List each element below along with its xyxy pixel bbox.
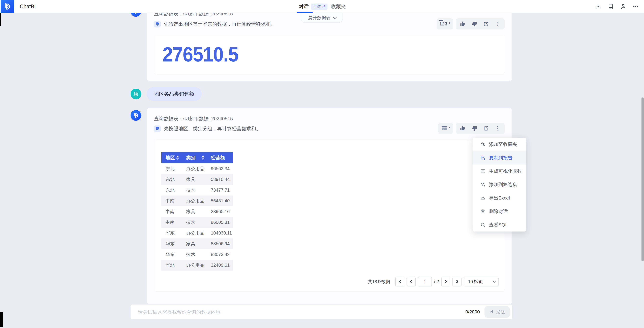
sort-icon[interactable] — [202, 156, 204, 160]
table-row: 东北家具53910.44 — [162, 174, 233, 185]
app-logo[interactable] — [1, 0, 14, 13]
table-cell: 技术 — [182, 217, 206, 228]
chatbi-logo-icon — [3, 2, 12, 11]
trash-icon — [480, 209, 486, 214]
tab-dialog[interactable]: 对话 — [298, 0, 309, 13]
table-cell: 东北 — [162, 185, 182, 196]
star-plus-icon — [480, 142, 486, 147]
result-table: 地区 类别 经营额 东北办公用品96562.34东北家具53910.44东北技术… — [162, 152, 233, 270]
send-button[interactable]: 发送 — [484, 306, 510, 318]
menu-item-add-favorite[interactable]: 添加至收藏夹 — [473, 138, 526, 151]
share-icon[interactable] — [483, 125, 489, 131]
page-number-input[interactable] — [418, 277, 432, 286]
thumbs-down-icon[interactable] — [472, 125, 478, 131]
caret-down-icon: ▾ — [449, 126, 450, 129]
table-row: 东北技术73477.71 — [162, 185, 233, 196]
report-copy-icon — [480, 155, 486, 160]
menu-item-copy-report[interactable]: 复制到报告 — [473, 151, 526, 164]
table-cell: 办公用品 — [182, 196, 206, 206]
column-header-revenue[interactable]: 经营额 — [206, 152, 233, 163]
download-icon — [480, 195, 486, 201]
table-cell: 办公用品 — [182, 228, 206, 238]
sum-result-value: 276510.5 — [162, 43, 238, 66]
app-title: ChatBI — [20, 0, 36, 13]
table-cell: 53910.44 — [206, 174, 233, 185]
menu-item-view-sql[interactable]: 查看SQL — [473, 218, 526, 232]
menu-item-export-excel[interactable]: 导出Excel — [473, 191, 526, 205]
user-icon[interactable] — [620, 3, 626, 10]
page-size-value: 10条/页 — [468, 279, 483, 284]
column-header-region[interactable]: 地区 — [162, 152, 182, 163]
prev-page-button[interactable] — [406, 277, 416, 286]
table-cell: 96562.34 — [206, 163, 233, 174]
sort-icon[interactable] — [176, 156, 179, 160]
char-counter: 0/2000 — [465, 309, 480, 314]
chat-input[interactable] — [130, 309, 465, 315]
first-page-button[interactable] — [395, 277, 404, 286]
table-row: 中南办公用品56481.40 — [162, 196, 233, 206]
table-cell: 办公用品 — [182, 163, 206, 174]
download-icon[interactable] — [595, 3, 601, 10]
more-vertical-icon[interactable] — [495, 21, 501, 27]
table-cell: 中南 — [162, 196, 182, 206]
table-cell: 技术 — [182, 185, 206, 196]
user-avatar-text: 康 — [134, 91, 138, 98]
pagination-bar: 共18条数据 / 2 — [368, 277, 498, 286]
table-row: 华北办公用品32409.61 — [162, 260, 233, 270]
menu-item-delete-chat[interactable]: 删除对话 — [473, 205, 526, 218]
page-size-select[interactable]: 10条/页 — [464, 277, 498, 286]
card-context-menu: 添加至收藏夹 复制到报告 生成可视化取数 添加到筛选集 导出Excel 删除对话 — [473, 138, 526, 232]
display-type-table-button[interactable]: ▾ — [438, 123, 453, 134]
table-row: 东北办公用品96562.34 — [162, 163, 233, 174]
next-page-button[interactable] — [441, 277, 450, 286]
share-icon[interactable] — [483, 21, 489, 27]
bot-avatar — [130, 110, 141, 121]
message-composer: 0/2000 发送 — [130, 304, 512, 319]
swap-icon: ⇄ — [322, 4, 326, 9]
table-cell: 104930.11 — [206, 228, 233, 238]
table-cell: 32409.61 — [206, 260, 233, 270]
send-label: 发送 — [496, 309, 506, 315]
more-vertical-icon[interactable] — [495, 125, 501, 131]
last-page-button[interactable] — [452, 277, 462, 286]
table-row: 中南技术86005.81 — [162, 217, 233, 228]
table-cell: 华东 — [162, 249, 182, 260]
trust-shield-icon — [154, 21, 161, 28]
table-cell: 东北 — [162, 163, 182, 174]
chart-icon — [480, 168, 486, 174]
menu-item-add-filter-set[interactable]: 添加到筛选集 — [473, 178, 526, 191]
table-cell: 华东 — [162, 238, 182, 249]
table-cell: 家具 — [182, 238, 206, 249]
display-type-number-button[interactable]: 123 ▾ — [437, 18, 453, 30]
query-table-line: 查询数据表：szl超市数据_20240515 — [154, 116, 233, 122]
column-header-category[interactable]: 类别 — [182, 152, 206, 163]
app-header: ChatBI 对话 可信 ⇄ 收藏夹 — [0, 0, 644, 13]
table-header-row: 地区 类别 经营额 — [162, 152, 233, 163]
table-cell: 中南 — [162, 206, 182, 217]
chatbi-logo-icon — [133, 112, 139, 118]
thumbs-up-icon[interactable] — [460, 125, 466, 131]
trusted-badge-label: 可信 — [313, 4, 321, 9]
answer-card-table: 查询数据表：szl超市数据_20240515 先按照地区、类别分组，再计算经营额… — [147, 108, 512, 304]
chevron-down-icon — [493, 280, 496, 282]
tab-favorites[interactable]: 收藏夹 — [331, 0, 346, 13]
table-cell: 56481.40 — [206, 196, 233, 206]
device-icon[interactable] — [608, 3, 614, 10]
table-cell: 73477.71 — [206, 185, 233, 196]
active-tab-underline — [297, 12, 313, 13]
thumbs-up-icon[interactable] — [460, 21, 466, 27]
table-cell: 88506.94 — [206, 238, 233, 249]
table-cell: 技术 — [182, 249, 206, 260]
trusted-badge[interactable]: 可信 ⇄ — [311, 4, 328, 10]
more-icon[interactable] — [632, 3, 639, 10]
expand-data-table-label: 展开数据表 — [308, 15, 331, 21]
menu-item-generate-visual[interactable]: 生成可视化取数 — [473, 164, 526, 178]
user-message-bubble: 地区各品类销售额 — [147, 87, 202, 101]
table-cell: 东北 — [162, 174, 182, 185]
scrollbar-thumb[interactable] — [642, 98, 644, 261]
thumbs-down-icon[interactable] — [472, 21, 478, 27]
number-result-panel: 276510.5 — [155, 35, 504, 74]
search-icon — [480, 222, 486, 228]
expand-data-table-button[interactable]: 展开数据表 — [301, 13, 343, 23]
table-cell: 86005.81 — [206, 217, 233, 228]
